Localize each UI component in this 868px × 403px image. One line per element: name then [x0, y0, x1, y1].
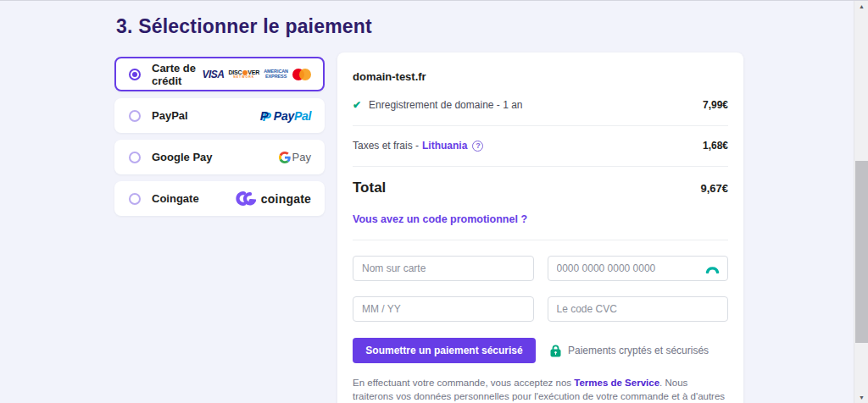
divider: [353, 166, 728, 167]
amex-logo-icon: AMERICAN EXPRESS: [264, 69, 288, 79]
coingate-logo-icon: coingate: [233, 190, 311, 207]
terms-of-service-link[interactable]: Termes de Service: [574, 378, 659, 388]
discover-logo-icon: DISCVER NETWORK: [228, 69, 259, 79]
card-number-field-wrap: [548, 256, 729, 281]
help-icon[interactable]: ?: [472, 141, 483, 152]
radio-unselected-icon[interactable]: [129, 193, 141, 205]
expiry-field-wrap: [353, 296, 534, 322]
scrollbar-thumb[interactable]: [855, 161, 868, 343]
divider: [353, 240, 728, 240]
radio-unselected-icon[interactable]: [129, 152, 141, 163]
card-brand-logos: VISA DISCVER NETWORK AMERICAN EXPRESS: [202, 69, 311, 80]
mastercard-logo-icon: [292, 69, 311, 80]
item-price: 7,99€: [703, 99, 728, 111]
payment-method-coingate[interactable]: Coingate coingate: [114, 181, 325, 216]
secure-note: Paiements cryptés et sécurisés: [550, 345, 709, 357]
order-summary-panel: domain-test.fr ✔ Enregistrement de domai…: [337, 52, 743, 403]
card-number-input[interactable]: [548, 256, 729, 281]
terms-text: En effectuant votre commande, vous accep…: [353, 377, 728, 403]
radio-selected-icon[interactable]: [129, 69, 141, 80]
card-loading-spinner-icon: [705, 263, 720, 273]
total-row: Total 9,67€: [353, 179, 728, 196]
visa-logo-icon: VISA: [202, 69, 224, 80]
cvc-field-wrap: [548, 296, 729, 322]
taxes-label: Taxes et frais -: [353, 140, 419, 152]
item-label: Enregistrement de domaine - 1 an: [369, 99, 522, 111]
total-label: Total: [353, 179, 386, 196]
order-line-item: ✔ Enregistrement de domaine - 1 an 7,99€: [353, 99, 728, 111]
taxes-country-link[interactable]: Lithuania: [422, 140, 467, 152]
radio-unselected-icon[interactable]: [129, 110, 141, 122]
name-field-wrap: [353, 256, 534, 281]
payment-method-label: Google Pay: [152, 151, 213, 163]
card-form: [353, 256, 728, 322]
window-top-border: [0, 0, 868, 1]
payment-method-google-pay[interactable]: Google Pay Pay: [114, 140, 325, 174]
scrollbar[interactable]: ▲ ▼: [854, 0, 868, 403]
name-on-card-input[interactable]: [353, 256, 534, 281]
taxes-price: 1,68€: [703, 140, 728, 152]
google-pay-logo-icon: Pay: [279, 151, 311, 163]
scrollbar-down-icon[interactable]: ▼: [854, 391, 868, 403]
secure-note-text: Paiements cryptés et sécurisés: [568, 345, 709, 356]
payment-method-list: Carte de crédit VISA DISCVER NETWORK AME…: [114, 57, 325, 223]
page-title: 3. Sélectionner le paiement: [116, 15, 372, 38]
payment-method-label: Carte de crédit: [152, 62, 202, 87]
payment-method-credit-card[interactable]: Carte de crédit VISA DISCVER NETWORK AME…: [114, 57, 325, 91]
expiry-input[interactable]: [353, 296, 534, 322]
paypal-mark-icon: P P: [260, 109, 271, 123]
paypal-logo-icon: P P PayPal: [260, 109, 311, 123]
submit-payment-button[interactable]: Soumettre un paiement sécurisé: [353, 338, 536, 363]
taxes-row: Taxes et frais - Lithuania ? 1,68€: [353, 140, 728, 152]
payment-method-paypal[interactable]: PayPal P P PayPal: [114, 98, 325, 133]
payment-method-label: Coingate: [152, 192, 199, 205]
lock-icon: [550, 345, 561, 357]
divider: [353, 125, 728, 126]
google-g-icon: [279, 152, 291, 163]
total-price: 9,67€: [700, 182, 728, 195]
action-row: Soumettre un paiement sécurisé Paiements…: [353, 338, 728, 363]
coingate-mark-icon: [233, 190, 256, 207]
discover-o-icon: [242, 70, 248, 75]
promo-code-link[interactable]: Vous avez un code promotionnel ?: [353, 213, 527, 225]
payment-method-label: PayPal: [152, 109, 188, 122]
scrollbar-up-icon[interactable]: ▲: [854, 0, 868, 12]
domain-name: domain-test.fr: [353, 70, 728, 83]
cvc-input[interactable]: [548, 296, 729, 322]
check-icon: ✔: [353, 99, 361, 111]
